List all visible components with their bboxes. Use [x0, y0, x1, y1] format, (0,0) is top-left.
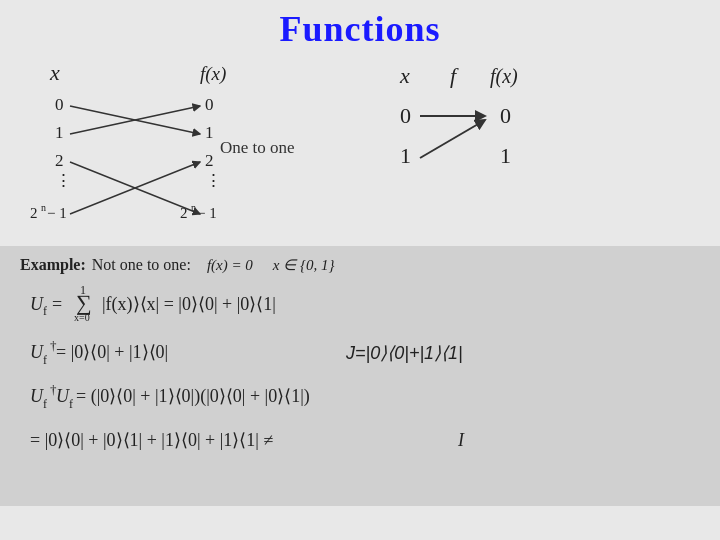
- svg-text:= (|0⟩⟨0| + |1⟩⟨0|)(|0⟩⟨0| + |: = (|0⟩⟨0| + |1⟩⟨0|)(|0⟩⟨0| + |0⟩⟨1|): [76, 386, 310, 407]
- svg-text:f: f: [450, 63, 459, 88]
- right-diagram-svg: x f f(x) 0 0 1 1: [390, 58, 590, 218]
- svg-text:U: U: [56, 386, 70, 406]
- svg-text:f: f: [43, 353, 47, 366]
- svg-text:f: f: [43, 397, 47, 410]
- page-container: Functions x f(x) 0 1 2 ⋮ 2 n − 1 0 1: [0, 0, 720, 540]
- svg-line-27: [420, 120, 485, 158]
- not-one-to-one-label: Not one to one:: [92, 256, 191, 274]
- svg-text:I: I: [457, 430, 465, 450]
- mapping-diagram: x f(x) 0 1 2 ⋮ 2 n − 1 0 1 2 ⋮ 2: [20, 58, 360, 238]
- svg-text:− 1: − 1: [47, 205, 67, 221]
- title-section: Functions: [0, 0, 720, 54]
- svg-text:U: U: [30, 294, 44, 314]
- eq4-row: = |0⟩⟨0| + |0⟩⟨1| + |1⟩⟨0| + |1⟩⟨1| ≠ I: [30, 424, 700, 458]
- svg-text:x=0: x=0: [74, 312, 90, 322]
- eq3-left: U f † U f = (|0⟩⟨0| + |1⟩⟨0|)(|0⟩⟨0| + |…: [30, 380, 510, 414]
- svg-text:=: =: [52, 294, 62, 314]
- equations: U f = ∑ x=0 1 |f(x)⟩⟨x| = |0⟩⟨0| + |0⟩⟨1…: [20, 284, 700, 458]
- example-condition: f(x) = 0: [207, 257, 253, 274]
- svg-text:f: f: [43, 304, 47, 318]
- example-line: Example: Not one to one: f(x) = 0 x ∈ {0…: [20, 256, 700, 274]
- svg-text:0: 0: [500, 103, 511, 128]
- svg-text:1: 1: [400, 143, 411, 168]
- svg-text:f(x): f(x): [490, 65, 518, 88]
- page-title: Functions: [279, 9, 440, 49]
- svg-text:⋮: ⋮: [205, 171, 222, 190]
- svg-text:0: 0: [400, 103, 411, 128]
- svg-text:x: x: [399, 63, 410, 88]
- svg-text:− 1: − 1: [197, 205, 217, 221]
- svg-text:n: n: [41, 202, 46, 213]
- example-label: Example:: [20, 256, 86, 274]
- right-diagram: x f f(x) 0 0 1 1: [390, 58, 590, 218]
- diagram-area: x f(x) 0 1 2 ⋮ 2 n − 1 0 1 2 ⋮ 2: [0, 58, 720, 238]
- eq1-row: U f = ∑ x=0 1 |f(x)⟩⟨x| = |0⟩⟨0| + |0⟩⟨1…: [30, 284, 700, 326]
- svg-text:f(x): f(x): [200, 63, 226, 85]
- svg-text:0: 0: [55, 95, 64, 114]
- eq2-left: U f † = |0⟩⟨0| + |1⟩⟨0|: [30, 336, 330, 370]
- svg-text:2: 2: [205, 151, 214, 170]
- svg-text:= |0⟩⟨0| + |0⟩⟨1| + |1⟩⟨0| + |: = |0⟩⟨0| + |0⟩⟨1| + |1⟩⟨0| + |1⟩⟨1| ≠: [30, 430, 273, 450]
- svg-text:U: U: [30, 386, 44, 406]
- svg-text:⋮: ⋮: [55, 171, 72, 190]
- svg-text:f: f: [69, 397, 73, 410]
- svg-text:1: 1: [500, 143, 511, 168]
- eq1-left: U f = ∑ x=0 1 |f(x)⟩⟨x| = |0⟩⟨0| + |0⟩⟨1…: [30, 284, 410, 326]
- svg-text:1: 1: [55, 123, 64, 142]
- eq3-row: U f † U f = (|0⟩⟨0| + |1⟩⟨0|)(|0⟩⟨0| + |…: [30, 380, 700, 414]
- svg-text:|f(x)⟩⟨x| = |0⟩⟨0| + |0⟩⟨1|: |f(x)⟩⟨x| = |0⟩⟨0| + |0⟩⟨1|: [102, 294, 276, 315]
- svg-text:1: 1: [80, 284, 86, 297]
- svg-text:x: x: [49, 60, 60, 85]
- svg-text:0: 0: [205, 95, 214, 114]
- eq2-handwritten: J=|0⟩⟨0|+|1⟩⟨1|: [346, 342, 463, 364]
- bottom-section: Example: Not one to one: f(x) = 0 x ∈ {0…: [0, 246, 720, 506]
- example-domain: x ∈ {0, 1}: [273, 256, 335, 274]
- svg-text:= |0⟩⟨0| + |1⟩⟨0|: = |0⟩⟨0| + |1⟩⟨0|: [56, 342, 168, 362]
- mapping-svg: x f(x) 0 1 2 ⋮ 2 n − 1 0 1 2 ⋮ 2: [20, 58, 360, 238]
- one-to-one-label: One to one: [220, 138, 295, 158]
- eq2-row: U f † = |0⟩⟨0| + |1⟩⟨0| J=|0⟩⟨0|+|1⟩⟨1|: [30, 336, 700, 370]
- svg-text:2: 2: [30, 205, 38, 221]
- eq4-left: = |0⟩⟨0| + |0⟩⟨1| + |1⟩⟨0| + |1⟩⟨1| ≠ I: [30, 424, 510, 458]
- svg-text:2: 2: [55, 151, 64, 170]
- svg-text:U: U: [30, 342, 44, 362]
- svg-text:1: 1: [205, 123, 214, 142]
